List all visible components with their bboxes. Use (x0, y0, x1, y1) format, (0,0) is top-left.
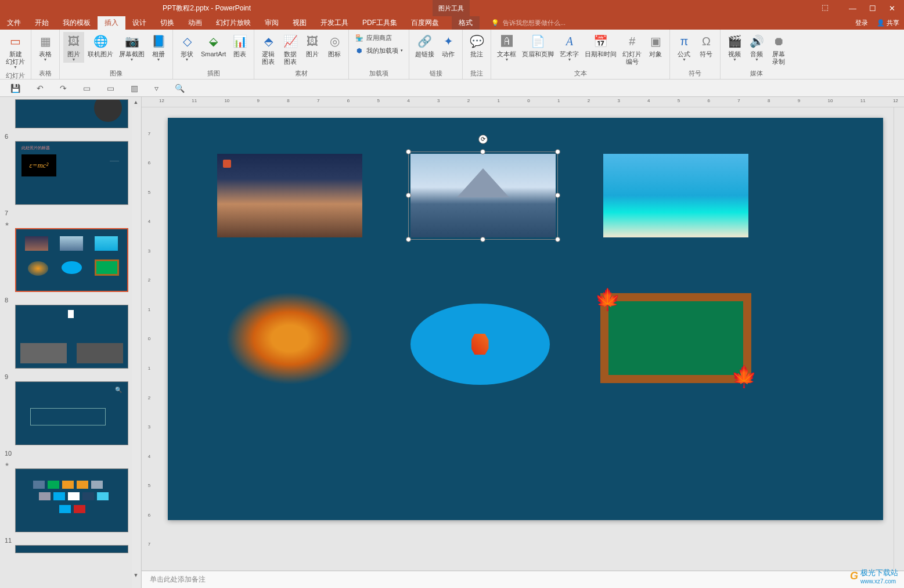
slide-number-button[interactable]: # 幻灯片 编号 (620, 32, 644, 67)
qat-button-8[interactable]: 🔍 (175, 84, 185, 93)
textbox-button[interactable]: 🅰 文本框 ▼ (495, 32, 518, 63)
screen-recording-button[interactable]: ⏺ 屏幕 录制 (768, 32, 789, 67)
lightbulb-icon: 💡 (491, 19, 499, 27)
thumbnail-11[interactable]: 11 (5, 537, 136, 553)
tab-developer[interactable]: 开发工具 (314, 16, 355, 30)
chevron-down-icon: ▼ (567, 57, 571, 62)
main-area: 6 此处照片的标题 ε=mc² ———— 7 ★ (0, 97, 904, 588)
slide-image-chalkboard[interactable] (600, 293, 751, 383)
equation-button[interactable]: π 公式 ▼ (674, 32, 694, 63)
slide-canvas[interactable]: ⟳ (168, 118, 883, 520)
slide-number-icon: # (624, 33, 640, 49)
wordart-button[interactable]: A 艺术字 ▼ (557, 32, 581, 63)
qat-button-4[interactable]: ▭ (83, 84, 91, 93)
thumbnail-7[interactable]: 7 ★ (5, 210, 136, 292)
icon-button[interactable]: ◎ 图标 (324, 32, 345, 59)
editor-scrollbar[interactable] (894, 107, 904, 571)
new-slide-button[interactable]: ▭ 新建 幻灯片 ▼ (3, 32, 27, 70)
audio-button[interactable]: 🔊 音频 ▼ (746, 32, 767, 63)
notes-pane[interactable]: 单击此处添加备注 (142, 571, 904, 588)
tab-file[interactable]: 文件 (0, 16, 28, 30)
qat-button-7[interactable]: ▿ (154, 84, 159, 93)
material-picture-button[interactable]: 🖼 图片 (302, 32, 323, 59)
group-media: 🎬 视频 ▼ 🔊 音频 ▼ ⏺ 屏幕 录制 媒体 (721, 30, 793, 79)
tab-animations[interactable]: 动画 (181, 16, 209, 30)
new-slide-icon: ▭ (8, 33, 24, 49)
resize-handle[interactable] (555, 193, 560, 198)
album-button[interactable]: 📘 相册 ▼ (148, 32, 169, 63)
group-illustrations: ◇ 形状 ▼ ⬙ SmartArt 📊 图表 插图 (173, 30, 254, 79)
comment-button[interactable]: 💬 批注 (466, 32, 487, 59)
save-button[interactable]: 💾 (10, 84, 20, 93)
slide-image-beach[interactable] (603, 154, 748, 237)
tab-slideshow[interactable]: 幻灯片放映 (209, 16, 258, 30)
tab-insert[interactable]: 插入 (98, 16, 125, 30)
thumbnail-6[interactable]: 6 此处照片的标题 ε=mc² ———— (5, 133, 136, 205)
maximize-button[interactable]: ☐ (869, 4, 876, 13)
tab-mytemplates[interactable]: 我的模板 (56, 16, 98, 30)
slide-image-mountain-selected[interactable] (410, 154, 556, 237)
slide-image-leaf[interactable] (226, 292, 354, 385)
thumbnail-slide (15, 305, 128, 369)
resize-handle[interactable] (555, 149, 560, 154)
screenshot-button[interactable]: 📷 屏幕截图 ▼ (117, 32, 147, 63)
thumbnail-slide: 此处照片的标题 ε=mc² ———— (15, 141, 128, 205)
group-label: 加载项 (352, 68, 405, 78)
resize-handle[interactable] (480, 237, 485, 242)
symbol-button[interactable]: Ω 符号 (696, 32, 716, 59)
editor-area: 1211109876543210123456789101112 76543210… (142, 97, 904, 588)
tell-me-search[interactable]: 💡 告诉我您想要做什么... (491, 19, 566, 27)
picture-button[interactable]: 🖼 图片 ▼ (63, 32, 84, 63)
datetime-button[interactable]: 📅 日期和时间 (582, 32, 619, 59)
hyperlink-button[interactable]: 🔗 超链接 (413, 32, 437, 59)
slide-image-oval[interactable] (410, 304, 550, 385)
smartart-button[interactable]: ⬙ SmartArt (199, 32, 228, 59)
thumbnail-8[interactable]: 8 (5, 297, 136, 369)
qat-button-6[interactable]: ▥ (131, 84, 138, 93)
tab-review[interactable]: 审阅 (258, 16, 286, 30)
resize-handle[interactable] (555, 237, 560, 242)
group-addins: 🏪 应用商店 ⬢ 我的加载项 ▾ 加载项 (349, 30, 409, 79)
redo-button[interactable]: ↷ (60, 84, 67, 93)
tab-format[interactable]: 格式 (452, 16, 480, 30)
rotation-handle[interactable]: ⟳ (478, 135, 488, 144)
thumbnail-10[interactable]: 10 ★ (5, 450, 136, 532)
logic-chart-button[interactable]: ⬘ 逻辑 图表 (258, 32, 279, 67)
chevron-down-icon: ▼ (13, 65, 17, 69)
my-addins-button[interactable]: ⬢ 我的加载项 ▾ (352, 45, 405, 56)
action-button[interactable]: ✦ 动作 (438, 32, 459, 59)
chevron-down-icon: ▼ (682, 57, 686, 62)
document-title: PPT教程2.pptx - PowerPoint (163, 3, 251, 13)
table-button[interactable]: ▦ 表格 ▼ (35, 32, 56, 63)
chevron-down-icon: ▾ (401, 48, 403, 53)
object-button[interactable]: ▣ 对象 (645, 32, 666, 59)
slide-image-city[interactable] (217, 154, 362, 237)
header-footer-icon: 📄 (530, 33, 546, 49)
header-footer-button[interactable]: 📄 页眉和页脚 (520, 32, 556, 59)
ribbon-display-options-icon[interactable]: ⬚ (822, 3, 829, 12)
tab-view[interactable]: 视图 (286, 16, 314, 30)
close-button[interactable]: ✕ (889, 4, 895, 13)
thumbnail-slide-current (15, 228, 128, 292)
online-picture-button[interactable]: 🌐 联机图片 (85, 32, 116, 59)
thumbnail-5[interactable] (5, 99, 136, 128)
chart-button[interactable]: 📊 图表 (229, 32, 250, 59)
minimize-button[interactable]: — (849, 4, 856, 13)
video-button[interactable]: 🎬 视频 ▼ (724, 32, 745, 63)
tab-home[interactable]: 开始 (28, 16, 56, 30)
qat-button-5[interactable]: ▭ (107, 84, 114, 93)
resize-handle[interactable] (406, 237, 411, 242)
tab-pdftools[interactable]: PDF工具集 (355, 16, 404, 30)
undo-button[interactable]: ↶ (37, 84, 44, 93)
tab-design[interactable]: 设计 (125, 16, 153, 30)
tab-transitions[interactable]: 切换 (153, 16, 181, 30)
tab-baidu[interactable]: 百度网盘 (404, 16, 446, 30)
share-button[interactable]: 👤 共享 (877, 19, 899, 27)
thumbnail-9[interactable]: 9 🔍 (5, 373, 136, 445)
store-button[interactable]: 🏪 应用商店 (352, 32, 405, 44)
chevron-down-icon: ▼ (185, 57, 189, 62)
data-chart-button[interactable]: 📈 数据 图表 (280, 32, 301, 67)
shapes-button[interactable]: ◇ 形状 ▼ (177, 32, 197, 63)
thumbnails-scrollbar[interactable]: ▲ ▼ (132, 99, 140, 580)
login-link[interactable]: 登录 (855, 19, 868, 27)
